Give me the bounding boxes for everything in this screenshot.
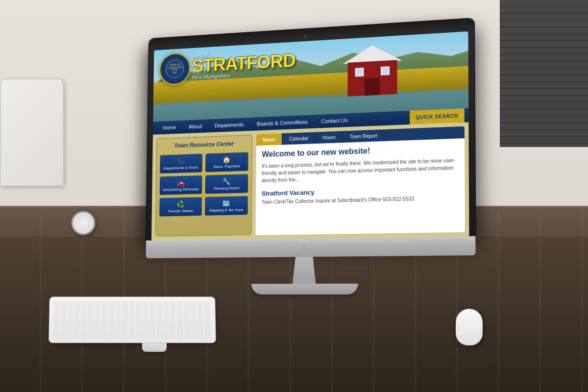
nav-about[interactable]: About bbox=[182, 120, 208, 134]
tab-news[interactable]: News bbox=[256, 133, 282, 146]
keyboard-foot bbox=[142, 343, 167, 352]
resource-btn-departments[interactable]: 📞 Departments & Hours bbox=[160, 153, 203, 174]
imac-screen-housing: TOWN OFSTRATFORD1773NH Town of STRATFORD… bbox=[146, 18, 475, 241]
barn bbox=[343, 45, 402, 97]
barn-window-left bbox=[355, 68, 364, 77]
chair-back bbox=[0, 78, 64, 186]
nav-quick-search[interactable]: QUICK SEARCH bbox=[410, 108, 465, 124]
resource-btn-transfer[interactable]: ♻️ Transfer Station bbox=[159, 196, 202, 217]
tab-hours[interactable]: Hours bbox=[316, 131, 343, 144]
mouse bbox=[456, 309, 483, 345]
taxes-icon: 🏠 bbox=[222, 156, 230, 164]
tab-town-report[interactable]: Town Report bbox=[343, 129, 385, 143]
news-body: It's been a long process, but we're fina… bbox=[262, 156, 459, 184]
town-name-overlay: Town of STRATFORD New Hampshire bbox=[192, 47, 295, 81]
transfer-label: Transfer Station bbox=[168, 209, 194, 214]
nav-boards-committees[interactable]: Boards & Committees bbox=[250, 115, 315, 131]
window-blind bbox=[500, 0, 588, 147]
news-content: Welcome to our new website! It's been a … bbox=[256, 138, 465, 235]
nav-home[interactable]: Home bbox=[156, 121, 182, 135]
mapping-label: Mapping & Tax Card bbox=[209, 208, 243, 213]
resource-center-title: Town Resource Center bbox=[160, 139, 249, 151]
apple-logo-icon:  bbox=[302, 242, 306, 253]
news-headline: Welcome to our new website! bbox=[262, 144, 458, 159]
site-header: TOWN OFSTRATFORD1773NH Town of STRATFORD… bbox=[153, 31, 468, 122]
imac: TOWN OFSTRATFORD1773NH Town of STRATFORD… bbox=[145, 18, 475, 294]
nav-departments[interactable]: Departments bbox=[208, 118, 250, 132]
resource-btn-vehicle[interactable]: 🚗 Vehicle/Dog Renewals bbox=[159, 175, 202, 196]
resource-btn-taxes[interactable]: 🏠 Taxes: Pay/View bbox=[205, 152, 249, 172]
imac-stand-base bbox=[251, 284, 358, 294]
vehicle-icon: 🚗 bbox=[177, 179, 185, 187]
imac-chin:  bbox=[146, 236, 476, 258]
nav-contact[interactable]: Contact Us bbox=[315, 113, 355, 128]
taxes-label: Taxes: Pay/View bbox=[213, 164, 240, 169]
town-name-title: STRATFORD bbox=[192, 52, 295, 74]
keyboard bbox=[49, 296, 216, 343]
resource-center: Town Resource Center 📞 Departments & Hou… bbox=[155, 135, 252, 237]
resource-btn-planning[interactable]: 🔧 Planning Board bbox=[204, 173, 248, 194]
planning-icon: 🔧 bbox=[222, 177, 230, 185]
chair bbox=[0, 78, 78, 235]
website: TOWN OFSTRATFORD1773NH Town of STRATFORD… bbox=[151, 31, 469, 241]
vehicle-label: Vehicle/Dog Renewals bbox=[163, 187, 199, 192]
departments-icon: 📞 bbox=[177, 157, 185, 165]
barn-body bbox=[347, 60, 397, 96]
seal-text: TOWN OFSTRATFORD1773NH bbox=[167, 63, 182, 74]
imac-camera bbox=[303, 34, 307, 38]
transfer-icon: ♻️ bbox=[176, 200, 184, 208]
resource-grid: 📞 Departments & Hours 🏠 Taxes: Pay/View … bbox=[159, 152, 248, 217]
imac-stand-neck bbox=[290, 257, 319, 284]
news-panel: News Calendar Hours Town Report Welcome … bbox=[256, 126, 465, 235]
planning-label: Planning Board bbox=[214, 186, 239, 191]
barn-window-right bbox=[381, 66, 390, 75]
content-area: Town Resource Center 📞 Departments & Hou… bbox=[151, 122, 469, 240]
seal-inner: TOWN OFSTRATFORD1773NH bbox=[166, 59, 184, 79]
imac-screen[interactable]: TOWN OFSTRATFORD1773NH Town of STRATFORD… bbox=[151, 31, 469, 241]
resource-btn-mapping[interactable]: 🗺️ Mapping & Tax Card bbox=[204, 196, 248, 216]
tab-calendar[interactable]: Calendar bbox=[282, 132, 316, 145]
mapping-icon: 🗺️ bbox=[222, 199, 230, 207]
departments-label: Departments & Hours bbox=[164, 165, 198, 171]
barn-door bbox=[365, 78, 379, 96]
